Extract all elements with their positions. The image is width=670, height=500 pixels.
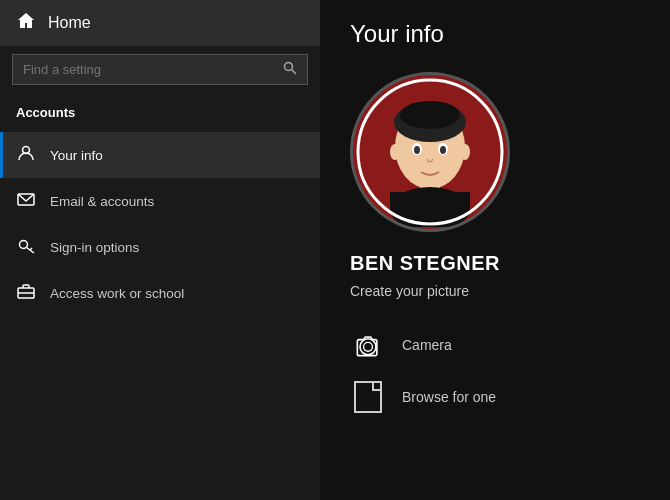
sidebar-item-home[interactable]: Home <box>0 0 320 46</box>
svg-rect-14 <box>390 192 470 212</box>
svg-line-1 <box>292 70 297 75</box>
svg-point-17 <box>414 146 420 154</box>
sidebar-item-your-info-label: Your info <box>50 148 103 163</box>
svg-point-19 <box>390 144 400 160</box>
sidebar-item-sign-in-label: Sign-in options <box>50 240 139 255</box>
search-input[interactable] <box>23 62 275 77</box>
main-content: Your info <box>320 0 670 500</box>
sidebar-item-email-accounts[interactable]: Email & accounts <box>0 178 320 224</box>
browse-action[interactable]: Browse for one <box>350 371 640 423</box>
camera-label: Camera <box>402 337 452 353</box>
home-label: Home <box>48 14 91 32</box>
camera-action[interactable]: Camera <box>350 319 640 371</box>
avatar <box>350 72 510 232</box>
sidebar-item-your-info[interactable]: Your info <box>0 132 320 178</box>
svg-point-4 <box>20 241 28 249</box>
sidebar-item-email-accounts-label: Email & accounts <box>50 194 154 209</box>
key-icon <box>16 236 36 258</box>
search-box[interactable] <box>12 54 308 85</box>
browse-action-icon <box>350 379 386 415</box>
sidebar-item-access-work[interactable]: Access work or school <box>0 270 320 316</box>
sidebar: Home Accounts Your info Emai <box>0 0 320 500</box>
home-icon <box>16 12 36 34</box>
email-icon <box>16 190 36 212</box>
page-title: Your info <box>350 20 640 48</box>
create-picture-label: Create your picture <box>350 283 640 299</box>
user-name: BEN STEGNER <box>350 252 640 275</box>
person-icon <box>16 144 36 166</box>
sidebar-item-sign-in-options[interactable]: Sign-in options <box>0 224 320 270</box>
svg-point-11 <box>400 101 460 129</box>
svg-point-18 <box>440 146 446 154</box>
accounts-heading: Accounts <box>0 97 320 132</box>
sidebar-item-access-work-label: Access work or school <box>50 286 184 301</box>
briefcase-icon <box>16 282 36 304</box>
browse-label: Browse for one <box>402 389 496 405</box>
svg-line-6 <box>30 248 32 250</box>
svg-point-23 <box>364 342 373 351</box>
search-icon <box>283 61 297 78</box>
camera-action-icon <box>350 327 386 363</box>
svg-point-0 <box>285 63 293 71</box>
svg-point-22 <box>360 339 376 355</box>
svg-point-20 <box>460 144 470 160</box>
